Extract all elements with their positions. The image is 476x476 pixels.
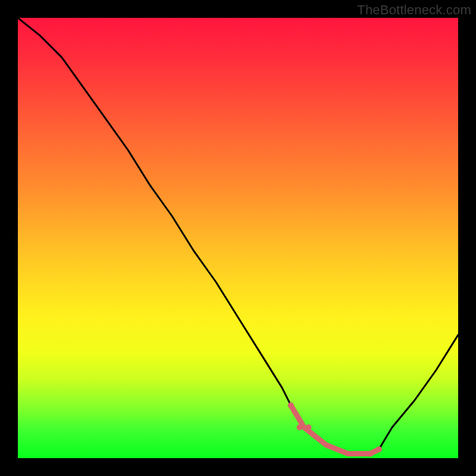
chart-frame: TheBottleneck.com — [0, 0, 476, 476]
curve-layer — [18, 18, 458, 458]
optimal-range-marker — [291, 405, 379, 453]
optimal-range-dot — [305, 424, 311, 430]
optimal-range-dot — [288, 402, 294, 408]
optimal-range-dot — [367, 451, 373, 457]
bottleneck-curve — [18, 18, 458, 454]
optimal-range-dot — [297, 424, 303, 430]
plot-area — [18, 18, 458, 458]
watermark-text: TheBottleneck.com — [357, 2, 471, 18]
optimal-range-dot — [376, 446, 382, 452]
